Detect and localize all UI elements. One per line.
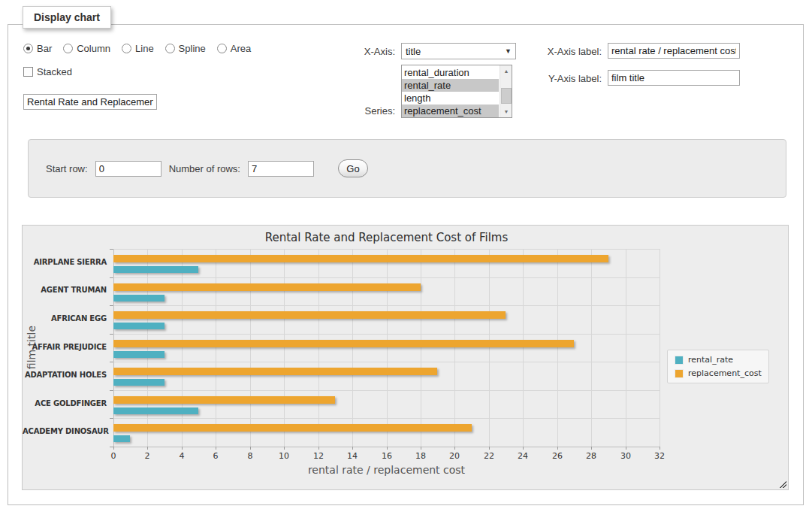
series-option-rental_rate[interactable]: rental_rate: [402, 79, 499, 92]
bar-replacement_cost[interactable]: [113, 396, 335, 404]
gridline-vertical: [387, 249, 388, 447]
radio-icon-spline[interactable]: [165, 44, 175, 53]
legend-swatch-replacement_cost: [675, 369, 684, 378]
bar-rental_rate[interactable]: [113, 295, 165, 301]
chart-type-radio-area[interactable]: Area: [217, 43, 251, 54]
chart-legend: rental_ratereplacement_cost: [667, 350, 769, 383]
gridline-horizontal: [113, 305, 660, 306]
chart-type-radio-group: BarColumnLineSplineArea: [23, 43, 251, 54]
plot-area: [113, 249, 660, 447]
legend-swatch-rental_rate: [675, 356, 684, 365]
bar-rental_rate[interactable]: [113, 407, 198, 414]
category-label: ADAPTATION HOLES: [23, 371, 107, 379]
num-rows-input[interactable]: [248, 161, 314, 177]
x-tick-mark: [626, 447, 626, 450]
chart-type-radio-label: Spline: [179, 43, 206, 54]
scroll-up-icon[interactable]: ▲: [500, 65, 512, 77]
go-button[interactable]: Go: [338, 159, 368, 177]
gridline-vertical: [660, 249, 660, 447]
x-tick-mark: [489, 447, 490, 450]
radio-icon-area[interactable]: [217, 44, 227, 53]
y-tick-mark: [110, 277, 113, 278]
x-tick-label: 14: [341, 451, 364, 461]
gridline-horizontal: [113, 362, 660, 362]
x-tick-label: 30: [614, 451, 637, 461]
chart-type-radio-label: Bar: [37, 43, 52, 54]
gridline-horizontal: [113, 249, 660, 250]
scroll-down-icon[interactable]: ▼: [500, 106, 512, 117]
gridline-vertical: [216, 249, 216, 447]
chart-type-radio-label: Area: [231, 43, 251, 54]
gridline-vertical: [147, 249, 148, 447]
stacked-checkbox[interactable]: Stacked: [23, 66, 72, 77]
bar-rental_rate[interactable]: [113, 351, 165, 358]
start-row-input[interactable]: [95, 161, 161, 177]
gridline-vertical: [421, 249, 421, 447]
gridline-vertical: [352, 249, 353, 447]
bar-replacement_cost[interactable]: [113, 424, 472, 432]
stacked-checkbox-label: Stacked: [37, 66, 72, 77]
x-tick-mark: [182, 447, 183, 450]
chart-title-input[interactable]: [23, 94, 157, 110]
y-tick-mark: [110, 362, 113, 362]
radio-icon-line[interactable]: [122, 44, 131, 53]
y-axis-label-input[interactable]: [608, 70, 740, 86]
bar-rental_rate[interactable]: [113, 435, 130, 442]
y-axis-label-label: Y-Axis label:: [523, 73, 602, 84]
legend-item-rental_rate[interactable]: rental_rate: [675, 355, 762, 365]
chart-type-radio-column[interactable]: Column: [63, 43, 110, 54]
gridline-horizontal: [113, 334, 660, 335]
chart-x-axis-title: rental rate / replacement cost: [113, 464, 660, 476]
category-label: AFRICAN EGG: [23, 314, 107, 323]
x-tick-mark: [454, 447, 455, 450]
category-label: ACADEMY DINOSAUR: [23, 427, 107, 435]
gridline-vertical: [626, 249, 626, 447]
listbox-scrollbar[interactable]: ▲ ▼: [500, 65, 512, 117]
chart-type-radio-line[interactable]: Line: [122, 43, 154, 54]
x-axis-label-input[interactable]: [608, 43, 740, 59]
stacked-checkbox-box[interactable]: [23, 67, 33, 77]
scrollbar-thumb[interactable]: [501, 88, 512, 104]
chart-type-radio-spline[interactable]: Spline: [165, 43, 206, 54]
x-tick-label: 22: [478, 451, 500, 461]
series-listbox[interactable]: rental_durationrental_ratelengthreplacem…: [401, 65, 512, 118]
gridline-vertical: [318, 249, 319, 447]
bar-rental_rate[interactable]: [113, 266, 198, 273]
legend-item-replacement_cost[interactable]: replacement_cost: [675, 368, 762, 378]
start-row-label: Start row:: [46, 163, 88, 174]
y-tick-mark: [110, 305, 113, 306]
x-tick-label: 16: [376, 451, 398, 461]
bar-replacement_cost[interactable]: [113, 283, 421, 291]
resize-grip-icon[interactable]: [778, 480, 786, 488]
series-option-rental_duration[interactable]: rental_duration: [402, 66, 499, 79]
legend-label: rental_rate: [688, 355, 733, 365]
series-option-length[interactable]: length: [402, 92, 499, 105]
x-tick-mark: [147, 447, 148, 450]
radio-icon-column[interactable]: [63, 44, 73, 53]
bar-replacement_cost[interactable]: [113, 255, 608, 262]
bar-replacement_cost[interactable]: [113, 311, 506, 319]
x-tick-mark: [523, 447, 524, 450]
bar-replacement_cost[interactable]: [113, 368, 437, 375]
bar-rental_rate[interactable]: [113, 323, 165, 329]
radio-icon-bar[interactable]: [23, 44, 33, 53]
category-label: AFFAIR PREJUDICE: [23, 343, 107, 351]
gridline-vertical: [182, 249, 183, 447]
x-axis-select[interactable]: title ▼: [401, 43, 516, 59]
x-axis-select-value: title: [406, 46, 421, 57]
x-axis-select-label: X-Axis:: [324, 46, 395, 57]
y-tick-mark: [110, 447, 113, 447]
gridline-vertical: [250, 249, 251, 447]
x-tick-mark: [113, 447, 114, 450]
x-tick-label: 8: [239, 451, 261, 461]
bar-replacement_cost[interactable]: [113, 340, 574, 347]
x-axis-label-label: X-Axis label:: [523, 46, 602, 57]
x-tick-label: 32: [648, 451, 671, 461]
x-tick-label: 0: [102, 451, 125, 461]
y-tick-mark: [110, 390, 113, 391]
chevron-down-icon: ▼: [505, 47, 512, 55]
bar-rental_rate[interactable]: [113, 379, 165, 386]
chart-type-radio-bar[interactable]: Bar: [23, 43, 52, 54]
series-option-replacement_cost[interactable]: replacement_cost: [402, 105, 499, 117]
legend-label: replacement_cost: [688, 368, 762, 378]
